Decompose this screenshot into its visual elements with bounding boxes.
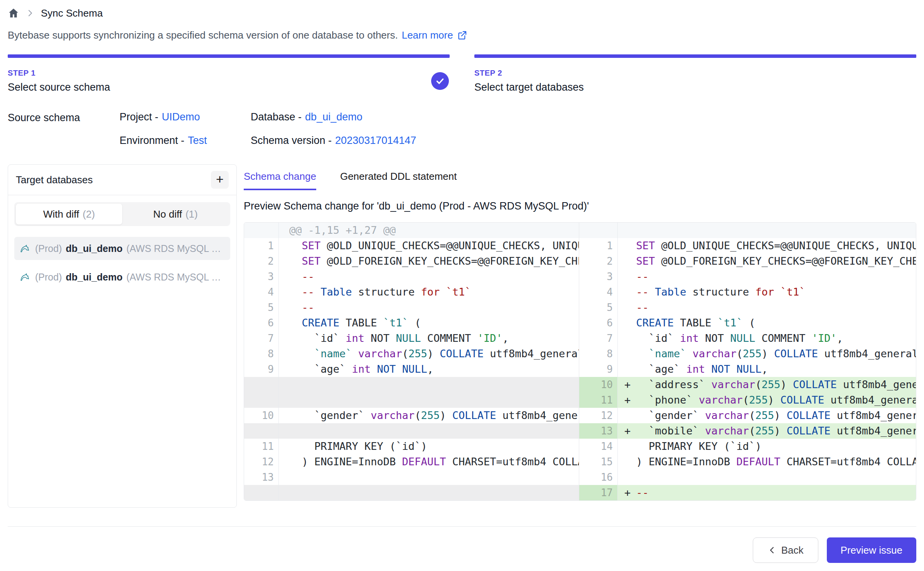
- code-line: [279, 392, 579, 408]
- database-environment: (Prod): [35, 272, 62, 283]
- line-number: 10: [579, 377, 618, 392]
- code-line: [618, 223, 916, 238]
- diff-row: @@ -1,15 +1,27 @@: [244, 223, 579, 238]
- diff-row: 15 ) ENGINE=InnoDB DEFAULT CHARSET=utf8m…: [579, 454, 916, 470]
- line-number: [579, 223, 618, 238]
- home-icon[interactable]: [8, 7, 19, 19]
- target-database-item[interactable]: (Prod)db_ui_demo(AWS RDS MySQL Prod): [14, 237, 230, 260]
- code-line: SET @OLD_FOREIGN_KEY_CHECKS=@@FOREIGN_KE…: [279, 253, 579, 269]
- line-number: 3: [579, 269, 618, 284]
- diff-pane-target[interactable]: 1 SET @OLD_UNIQUE_CHECKS=@@UNIQUE_CHECKS…: [579, 223, 916, 500]
- schema-preview-section: Schema change Generated DDL statement Pr…: [244, 164, 916, 501]
- diff-row: 5 --: [244, 300, 579, 315]
- diff-row: 7 `id` int NOT NULL COMMENT 'ID',: [579, 331, 916, 346]
- preview-tabs: Schema change Generated DDL statement: [244, 171, 916, 190]
- database-instance: (AWS RDS MySQL Prod): [126, 272, 225, 283]
- line-number: 5: [244, 300, 279, 315]
- mysql-icon: [20, 271, 31, 283]
- code-line: [279, 377, 579, 392]
- field-label: Environment -: [120, 135, 184, 146]
- line-number: 17: [579, 485, 618, 500]
- added-line-marker: +: [624, 485, 631, 500]
- diff-row: 3 --: [244, 269, 579, 284]
- breadcrumb: Sync Schema: [8, 5, 916, 21]
- line-number: 6: [244, 315, 279, 331]
- field-project: Project -UIDemo: [120, 111, 251, 123]
- code-line: `id` int NOT NULL COMMENT 'ID',: [279, 331, 579, 346]
- tab-with-diff[interactable]: With diff (2): [16, 204, 122, 225]
- preview-issue-button[interactable]: Preview issue: [827, 537, 916, 563]
- tab-generated-ddl[interactable]: Generated DDL statement: [340, 171, 457, 190]
- line-number: 2: [244, 253, 279, 269]
- external-link-icon[interactable]: [457, 30, 467, 41]
- tab-count: (1): [185, 208, 198, 220]
- field-label: Database -: [251, 111, 302, 123]
- line-number: [244, 485, 279, 500]
- field-label: Schema version -: [251, 135, 332, 146]
- diff-row: 17+ --: [579, 485, 916, 500]
- line-number: [244, 423, 279, 439]
- line-number: 2: [579, 253, 618, 269]
- source-schema-label: Source schema: [8, 111, 120, 147]
- diff-row: 10+ `address` varchar(255) COLLATE utf8m…: [579, 377, 916, 392]
- footer-actions: Back Preview issue: [8, 537, 916, 563]
- code-line: [279, 470, 579, 485]
- step-2-label: STEP 2: [474, 69, 584, 78]
- code-line: `gender` varchar(255) COLLATE utf8mb4_ge…: [618, 408, 916, 423]
- field-database: Database -db_ui_demo: [251, 111, 416, 123]
- schema-version-link[interactable]: 20230317014147: [335, 135, 416, 146]
- code-line: SET @OLD_UNIQUE_CHECKS=@@UNIQUE_CHECKS, …: [279, 238, 579, 253]
- diff-row: [244, 423, 579, 439]
- diff-row: 5 --: [579, 300, 916, 315]
- back-button[interactable]: Back: [753, 537, 818, 563]
- line-number: 14: [579, 439, 618, 454]
- diff-row: [244, 392, 579, 408]
- source-schema-summary: Source schema Project -UIDemo Database -…: [8, 111, 916, 147]
- code-line: -- Table structure for `t1`: [618, 284, 916, 300]
- target-database-item[interactable]: (Prod)db_ui_demo(AWS RDS MySQL Prod): [14, 265, 230, 289]
- environment-link[interactable]: Test: [188, 135, 207, 146]
- step-1: STEP 1 Select source schema: [8, 54, 450, 93]
- code-line: `name` varchar(255) COLLATE utf8mb4_gene…: [279, 346, 579, 362]
- database-link[interactable]: db_ui_demo: [305, 111, 363, 123]
- code-line: + --: [618, 485, 916, 500]
- tab-no-diff[interactable]: No diff (1): [122, 204, 229, 225]
- code-line: [279, 485, 579, 500]
- add-target-database-button[interactable]: +: [211, 171, 229, 189]
- field-schema-version: Schema version -20230317014147: [251, 135, 416, 147]
- diff-row: 11 PRIMARY KEY (`id`): [244, 439, 579, 454]
- added-line-marker: +: [624, 377, 631, 392]
- diff-row: 2 SET @OLD_FOREIGN_KEY_CHECKS=@@FOREIGN_…: [244, 253, 579, 269]
- line-number: 13: [244, 470, 279, 485]
- code-line: `age` int NOT NULL,: [279, 362, 579, 377]
- step-1-title: Select source schema: [8, 81, 110, 93]
- mysql-icon: [20, 243, 31, 254]
- chevron-right-icon: [25, 8, 35, 18]
- step-1-label: STEP 1: [8, 69, 110, 78]
- tab-label: No diff: [153, 208, 182, 220]
- target-database-list: (Prod)db_ui_demo(AWS RDS MySQL Prod)(Pro…: [8, 229, 236, 296]
- step-2-title: Select target databases: [474, 81, 584, 93]
- code-line: PRIMARY KEY (`id`): [618, 439, 916, 454]
- stepper: STEP 1 Select source schema STEP 2 Selec…: [8, 54, 916, 93]
- preview-title: Preview Schema change for 'db_ui_demo (P…: [244, 200, 916, 212]
- diff-row: 8 `name` varchar(255) COLLATE utf8mb4_ge…: [579, 346, 916, 362]
- line-number: 5: [579, 300, 618, 315]
- line-number: 7: [579, 331, 618, 346]
- diff-row: 4 -- Table structure for `t1`: [579, 284, 916, 300]
- diff-row: 14 PRIMARY KEY (`id`): [579, 439, 916, 454]
- code-line: `name` varchar(255) COLLATE utf8mb4_gene…: [618, 346, 916, 362]
- diff-row: 9 `age` int NOT NULL,: [244, 362, 579, 377]
- diff-pane-source[interactable]: @@ -1,15 +1,27 @@1 SET @OLD_UNIQUE_CHECK…: [244, 223, 579, 500]
- code-line: [279, 423, 579, 439]
- sync-schema-page: Sync Schema Bytebase supports synchroniz…: [0, 0, 924, 571]
- database-environment: (Prod): [35, 243, 62, 254]
- back-button-label: Back: [781, 544, 804, 556]
- code-line: --: [279, 269, 579, 284]
- line-number: 1: [244, 238, 279, 253]
- code-line: + `mobile` varchar(255) COLLATE utf8mb4_…: [618, 423, 916, 439]
- tab-schema-change[interactable]: Schema change: [244, 171, 316, 190]
- step-completed-check-icon: [431, 72, 449, 90]
- learn-more-link[interactable]: Learn more: [402, 29, 453, 41]
- project-link[interactable]: UIDemo: [162, 111, 200, 123]
